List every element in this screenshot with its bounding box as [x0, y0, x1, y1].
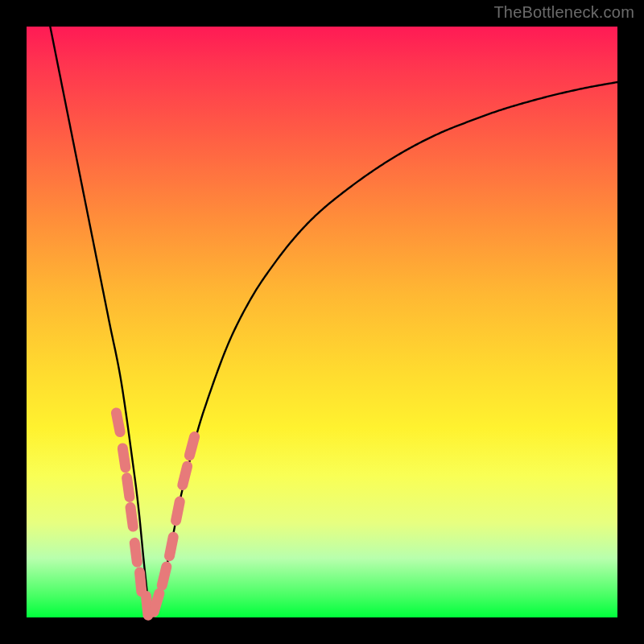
chart-frame: TheBottleneck.com — [0, 0, 644, 644]
highlight-dash — [130, 507, 133, 526]
highlight-dash — [169, 537, 173, 556]
highlight-dash — [183, 466, 188, 485]
highlight-dash — [154, 593, 159, 612]
highlight-dash — [162, 567, 167, 585]
highlight-dash — [127, 478, 130, 497]
highlight-dash — [116, 413, 120, 432]
highlight-dash — [122, 448, 126, 468]
highlight-dash — [189, 437, 194, 456]
plot-area — [27, 27, 617, 617]
highlight-dash — [176, 502, 180, 521]
highlight-dash — [146, 596, 148, 615]
highlight-dash — [139, 572, 141, 592]
bottleneck-curve — [27, 27, 617, 617]
highlight-dash — [134, 543, 137, 562]
watermark-text: TheBottleneck.com — [493, 3, 634, 22]
